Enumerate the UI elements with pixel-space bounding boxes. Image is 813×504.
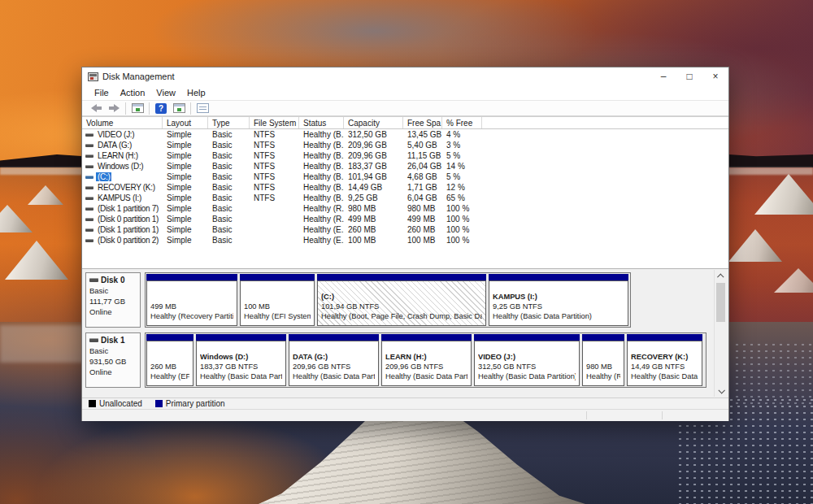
column-header-capacity[interactable]: Capacity — [344, 117, 403, 128]
disk-icon — [89, 338, 98, 342]
free-space-cell: 11,15 GB — [403, 151, 442, 160]
file-system-cell: NTFS — [250, 193, 299, 202]
disk-1-label[interactable]: Disk 1 Basic 931,50 GB Online — [85, 332, 141, 388]
help-icon[interactable]: ? — [152, 101, 170, 115]
capacity-cell: 100 MB — [344, 236, 403, 245]
free-space-cell: 6,04 GB — [403, 193, 442, 202]
column-header-file-system[interactable]: File System — [250, 117, 299, 128]
partition-learn-h[interactable]: LEARN (H:) 209,96 GB NTFS Healthy (Basic… — [381, 334, 472, 386]
legend-bar: Unallocated Primary partition — [82, 398, 728, 409]
column-header-type[interactable]: Type — [208, 117, 250, 128]
table-row[interactable]: (Disk 1 partition 1) Simple Basic Health… — [82, 224, 728, 235]
table-row[interactable]: RECOVERY (K:) Simple Basic NTFS Healthy … — [82, 182, 728, 193]
partition-efi-260mb[interactable]: 260 MB Healthy (EFI System Partition) — [146, 334, 193, 386]
drive-icon — [85, 165, 93, 168]
volume-name: (Disk 1 partition 7) — [96, 204, 160, 213]
status-cell: Healthy (E... — [299, 225, 344, 234]
file-system-cell: NTFS — [250, 141, 299, 150]
console-window-icon[interactable] — [170, 101, 188, 115]
partition-efi-100mb[interactable]: 100 MB Healthy (EFI System Partition) — [240, 274, 315, 326]
pct-free-cell: 5 % — [442, 151, 482, 160]
partition-recovery-980mb[interactable]: 980 MB Healthy (Recovery Partition) — [582, 334, 624, 386]
minimize-button[interactable]: – — [650, 67, 676, 85]
status-cell: Healthy (B... — [299, 193, 344, 202]
legend-primary-partition: Primary partition — [155, 399, 225, 408]
status-cell: Healthy (E... — [299, 236, 344, 245]
menu-item[interactable]: View — [150, 88, 181, 98]
close-button[interactable]: × — [702, 67, 728, 85]
status-cell: Healthy (B... — [299, 141, 344, 150]
table-row[interactable]: (Disk 0 partition 1) Simple Basic Health… — [82, 214, 728, 224]
capacity-cell: 499 MB — [344, 215, 403, 224]
column-header-pct-free[interactable]: % Free — [442, 117, 482, 128]
drive-icon — [85, 207, 93, 211]
toolbar-separator — [149, 102, 150, 115]
status-cell: Healthy (B... — [299, 130, 344, 139]
pct-free-cell: 100 % — [442, 225, 482, 234]
drive-icon — [85, 133, 93, 137]
scroll-down-icon[interactable] — [715, 385, 727, 397]
menu-item[interactable]: File — [89, 88, 115, 98]
table-row[interactable]: (C:) Simple Basic NTFS Healthy (B... 101… — [82, 172, 728, 182]
table-row[interactable]: Windows (D:) Simple Basic NTFS Healthy (… — [82, 161, 728, 172]
status-bar — [82, 409, 728, 421]
maximize-button[interactable]: □ — [676, 67, 702, 85]
type-cell: Basic — [208, 141, 250, 150]
partition-recovery-k[interactable]: RECOVERY (K:) 14,49 GB NTFS Healthy (Bas… — [627, 334, 702, 386]
partition-windows-d[interactable]: Windows (D:) 183,37 GB NTFS Healthy (Bas… — [196, 334, 286, 386]
table-header: Volume Layout Type File System Status Ca… — [82, 116, 728, 129]
table-row[interactable]: DATA (G:) Simple Basic NTFS Healthy (B..… — [82, 140, 728, 150]
forward-icon[interactable] — [105, 101, 123, 115]
free-space-cell: 260 MB — [403, 225, 442, 234]
properties-icon[interactable] — [193, 101, 211, 115]
partition-c-selected[interactable]: (C:) 101,94 GB NTFS Healthy (Boot, Page … — [317, 274, 486, 326]
table-row[interactable]: (Disk 0 partition 2) Simple Basic Health… — [82, 235, 728, 245]
file-system-cell: NTFS — [250, 162, 299, 171]
menu-item[interactable]: Help — [181, 88, 211, 98]
layout-cell: Simple — [163, 183, 208, 192]
volume-cell: LEARN (H:) — [82, 151, 163, 160]
menu-item[interactable]: Action — [115, 88, 151, 98]
capacity-cell: 312,50 GB — [344, 130, 403, 139]
layout-cell: Simple — [163, 130, 208, 139]
partition-data-g[interactable]: DATA (G:) 209,96 GB NTFS Healthy (Basic … — [289, 334, 379, 386]
free-space-cell: 13,45 GB — [403, 130, 442, 139]
column-header-volume[interactable]: Volume — [82, 117, 163, 128]
console-window-icon[interactable] — [128, 101, 146, 115]
type-cell: Basic — [208, 183, 250, 192]
table-row[interactable]: VIDEO (J:) Simple Basic NTFS Healthy (B.… — [82, 129, 728, 140]
window-title: Disk Management — [102, 72, 175, 81]
primary-partition-bar — [381, 334, 472, 341]
partition-recovery-499mb[interactable]: 499 MB Healthy (Recovery Partition) — [146, 274, 237, 326]
disk-0-label[interactable]: Disk 0 Basic 111,77 GB Online — [85, 272, 141, 328]
column-header-free-space[interactable]: Free Spa... — [403, 117, 442, 128]
vertical-scrollbar[interactable] — [714, 270, 727, 397]
scroll-up-icon[interactable] — [715, 270, 727, 282]
disk-0-partition-strip: 499 MB Healthy (Recovery Partition) 100 … — [145, 272, 631, 328]
table-row[interactable]: LEARN (H:) Simple Basic NTFS Healthy (B.… — [82, 150, 728, 161]
table-row[interactable]: KAMPUS (I:) Simple Basic NTFS Healthy (B… — [82, 193, 728, 203]
back-icon[interactable] — [87, 101, 105, 115]
capacity-cell: 183,37 GB — [344, 162, 403, 171]
unallocated-swatch — [89, 400, 96, 407]
layout-cell: Simple — [163, 204, 208, 213]
title-bar[interactable]: Disk Management – □ × — [82, 67, 728, 85]
free-space-cell: 5,40 GB — [403, 141, 442, 150]
partition-video-j[interactable]: VIDEO (J:) 312,50 GB NTFS Healthy (Basic… — [474, 334, 580, 386]
volume-name: (Disk 1 partition 1) — [96, 225, 160, 234]
status-cell: Healthy (B... — [299, 183, 344, 192]
scrollbar-thumb[interactable] — [716, 283, 725, 322]
column-header-layout[interactable]: Layout — [163, 117, 208, 128]
column-header-status[interactable]: Status — [299, 117, 344, 128]
volume-name: (C:) — [96, 172, 111, 181]
pct-free-cell: 65 % — [442, 193, 482, 202]
layout-cell: Simple — [163, 193, 208, 202]
partition-kampus-i[interactable]: KAMPUS (I:) 9,25 GB NTFS Healthy (Basic … — [489, 274, 628, 326]
type-cell: Basic — [208, 204, 250, 213]
layout-cell: Simple — [163, 151, 208, 160]
type-cell: Basic — [208, 130, 250, 139]
disk-icon — [89, 278, 98, 282]
table-row[interactable]: (Disk 1 partition 7) Simple Basic Health… — [82, 203, 728, 214]
disk-management-app-icon — [88, 72, 98, 81]
capacity-cell: 101,94 GB — [344, 172, 403, 181]
